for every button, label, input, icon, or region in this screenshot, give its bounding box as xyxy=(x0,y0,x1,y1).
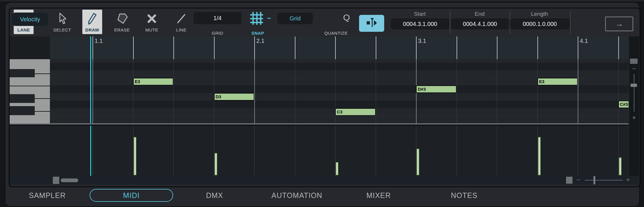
tab-midi[interactable]: MIDI xyxy=(90,189,173,202)
black-key-Fsharp3[interactable] xyxy=(10,69,35,77)
vertical-zoom-out-icon[interactable]: − xyxy=(629,65,639,73)
velocity-beat-line xyxy=(295,126,295,176)
tab-mixer[interactable]: MIXER xyxy=(366,187,391,204)
tool-button-select[interactable]: SELECT xyxy=(52,10,72,34)
tool-button-erase[interactable]: ERASE xyxy=(112,10,132,34)
vertical-zoom-in-icon[interactable]: + xyxy=(629,114,639,122)
vertical-zoom-slider-thumb[interactable] xyxy=(631,84,637,87)
vertical-scrollbar-thumb[interactable] xyxy=(630,59,638,64)
velocity-beat-line xyxy=(173,126,174,176)
grid-beat-line xyxy=(214,59,214,123)
start-field-label: Start xyxy=(414,11,426,17)
velocity-beat-line xyxy=(578,126,578,176)
black-key-Csharp3[interactable] xyxy=(10,106,35,115)
roll-velocity-separator[interactable] xyxy=(10,123,629,126)
velocity-beat-line xyxy=(618,126,619,176)
move-to-playhead-icon xyxy=(365,17,378,30)
grid-row-B2 xyxy=(50,116,629,123)
snap-mode-button[interactable]: Grid xyxy=(277,13,313,24)
horizontal-zoom-handle[interactable] xyxy=(566,177,572,184)
horizontal-scrollbar-thumb[interactable] xyxy=(61,178,78,182)
tab-dmx[interactable]: DMX xyxy=(206,187,223,204)
playhead[interactable] xyxy=(90,36,91,123)
horizontal-zoom-slider-thumb[interactable] xyxy=(593,176,595,184)
ruler-beat-tick xyxy=(295,36,295,59)
octave-row-line xyxy=(50,116,629,116)
piano-roll-grid[interactable]: 1.12.13.14.1E3D3C3D#3E3C#3C#3 xyxy=(50,36,629,123)
tool-label: LINE xyxy=(176,27,186,32)
key-divider xyxy=(35,98,50,99)
velocity-bar-Cs3[interactable] xyxy=(619,157,622,175)
start-field-value[interactable]: 0004.3.1.000 xyxy=(391,18,449,29)
quantize-group-label: QUANTIZE xyxy=(324,31,348,36)
velocity-bar-D3[interactable] xyxy=(215,153,217,175)
vertical-zoom-slider-track[interactable] xyxy=(634,74,634,112)
velocity-bar-Ds3[interactable] xyxy=(417,149,419,175)
midi-note-Cs3[interactable]: C#3 xyxy=(618,101,629,108)
tab-automation[interactable]: AUTOMATION xyxy=(271,187,322,204)
grid-beat-line xyxy=(295,59,295,123)
right-arrow-icon: → xyxy=(615,19,623,29)
tool-button-draw[interactable]: DRAW xyxy=(82,10,102,34)
tab-notes[interactable]: NOTES xyxy=(451,187,477,204)
velocity-bar-C3[interactable] xyxy=(336,162,338,175)
goto-next-button[interactable]: → xyxy=(605,17,633,31)
midi-note-C3[interactable]: C3 xyxy=(335,108,376,116)
horizontal-zoom-in-icon[interactable]: + xyxy=(625,176,631,184)
ruler-beat-tick xyxy=(416,36,417,59)
toolbar-divider xyxy=(450,11,450,34)
ruler-measure-label: 1.1 xyxy=(95,38,103,44)
ruler-beat-tick xyxy=(133,36,134,59)
snap-dash: – xyxy=(267,14,271,22)
velocity-beat-line xyxy=(416,126,416,176)
horizontal-scroll-handle[interactable] xyxy=(53,177,59,184)
grid-beat-line xyxy=(537,59,538,123)
ruler-beat-tick xyxy=(497,36,497,59)
vertical-scroll-column[interactable]: − + xyxy=(629,36,639,176)
midi-note-E3[interactable]: E3 xyxy=(537,78,578,85)
ruler-beat-tick xyxy=(173,36,174,59)
grid-row-F3 xyxy=(50,70,629,78)
velocity-lane-label[interactable]: Velocity xyxy=(12,13,48,26)
tool-label: SELECT xyxy=(53,27,71,32)
tool-label: ERASE xyxy=(114,27,130,32)
horizontal-zoom-slider-track[interactable] xyxy=(585,180,623,180)
piano-keyboard[interactable]: C3 xyxy=(10,59,50,123)
playhead-velocity[interactable] xyxy=(90,126,91,176)
grid-value-dropdown[interactable]: 1/4 xyxy=(194,12,241,24)
ruler-beat-tick xyxy=(93,36,93,59)
velocity-bar-E3[interactable] xyxy=(538,137,541,175)
velocity-lane[interactable] xyxy=(50,126,629,176)
length-field-value[interactable]: 0000.1.0.000 xyxy=(510,18,570,29)
tool-button-mute[interactable]: MUTE xyxy=(142,10,162,34)
midi-note-Ds3[interactable]: D#3 xyxy=(416,85,457,93)
tab-sampler[interactable]: SAMPLER xyxy=(29,187,66,204)
key-divider xyxy=(10,86,50,86)
grid-beat-line xyxy=(457,59,457,123)
ruler-measure-label: 4.1 xyxy=(580,38,588,44)
ruler-beat-tick xyxy=(254,36,255,59)
end-field-label: End xyxy=(475,11,485,17)
horizontal-scroll-strip[interactable]: − + xyxy=(10,176,639,185)
ruler-measure-label: 3.1 xyxy=(418,38,426,44)
key-divider xyxy=(35,73,50,74)
grid-beat-line xyxy=(497,59,497,123)
key-divider xyxy=(35,111,50,112)
tool-button-line[interactable]: LINE xyxy=(171,10,191,34)
velocity-beat-line xyxy=(254,126,255,176)
midi-note-D3[interactable]: D3 xyxy=(214,93,255,101)
velocity-bar-E3[interactable] xyxy=(134,137,136,175)
ruler-beat-tick xyxy=(578,36,578,59)
midi-note-E3[interactable]: E3 xyxy=(133,78,174,85)
end-field-value[interactable]: 0004.4.1.000 xyxy=(451,18,509,29)
grid-beat-line xyxy=(173,59,174,123)
snap-grid-icon[interactable] xyxy=(250,11,264,25)
toolbar-divider xyxy=(570,11,571,34)
midi-editor-window: LANESELECTDRAWERASEMUTELINE 1/4 GRID – G… xyxy=(0,0,644,207)
black-key-Dsharp3[interactable] xyxy=(10,94,35,103)
quantize-q-icon[interactable]: Q xyxy=(341,11,352,24)
snap-group-label: SNAP xyxy=(251,31,264,36)
timeline-ruler[interactable] xyxy=(50,36,629,59)
move-to-playhead-button[interactable] xyxy=(359,15,384,32)
horizontal-zoom-out-icon[interactable]: − xyxy=(575,176,581,184)
